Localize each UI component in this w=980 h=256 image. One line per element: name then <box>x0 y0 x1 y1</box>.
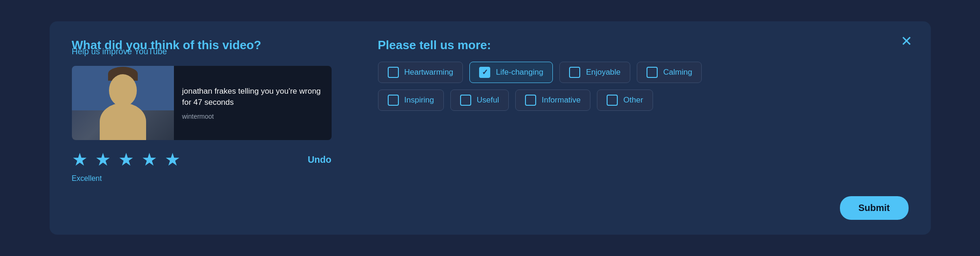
checkmark-life-changing: ✓ <box>482 69 488 76</box>
checkbox-label-enjoyable: Enjoyable <box>586 68 621 77</box>
rating-section: ★ ★ ★ ★ ★ Undo Excellent <box>72 149 350 183</box>
close-button[interactable]: ✕ <box>901 34 912 48</box>
checkbox-box-heartwarming <box>388 67 399 78</box>
question-section: What did you think of this video? Help u… <box>72 38 350 57</box>
thumbnail-head <box>109 74 137 107</box>
checkbox-informative[interactable]: Informative <box>515 90 590 111</box>
checkbox-label-calming: Calming <box>663 68 692 77</box>
feedback-dialog: ✕ What did you think of this video? Help… <box>50 21 931 235</box>
checkbox-row-1: Heartwarming ✓ Life-changing Enjoyable <box>378 62 909 83</box>
checkbox-grid: Heartwarming ✓ Life-changing Enjoyable <box>378 62 909 111</box>
checkbox-useful[interactable]: Useful <box>450 90 509 111</box>
stars-undo-row: ★ ★ ★ ★ ★ Undo <box>72 149 332 170</box>
checkbox-label-life-changing: Life-changing <box>496 68 543 77</box>
checkbox-heartwarming[interactable]: Heartwarming <box>378 62 463 83</box>
checkbox-box-enjoyable <box>569 67 580 78</box>
checkbox-box-calming <box>647 67 658 78</box>
rating-label: Excellent <box>72 174 350 183</box>
video-info: jonathan frakes telling you you're wrong… <box>174 66 332 140</box>
page-background: ✕ What did you think of this video? Help… <box>0 0 980 256</box>
submit-button[interactable]: Submit <box>840 196 909 220</box>
checkbox-label-informative: Informative <box>542 96 581 105</box>
star-4[interactable]: ★ <box>141 149 157 170</box>
checkbox-label-useful: Useful <box>477 96 499 105</box>
checkbox-calming[interactable]: Calming <box>637 62 702 83</box>
checkbox-label-heartwarming: Heartwarming <box>404 68 454 77</box>
left-panel: What did you think of this video? Help u… <box>72 38 350 218</box>
checkbox-box-useful <box>460 95 471 106</box>
checkbox-enjoyable[interactable]: Enjoyable <box>559 62 630 83</box>
tell-more-title: Please tell us more: <box>378 38 909 52</box>
video-card: jonathan frakes telling you you're wrong… <box>72 66 332 140</box>
star-1[interactable]: ★ <box>72 149 88 170</box>
checkbox-label-inspiring: Inspiring <box>404 96 434 105</box>
checkbox-box-inspiring <box>388 95 399 106</box>
checkbox-box-informative <box>525 95 536 106</box>
checkbox-other[interactable]: Other <box>597 90 653 111</box>
video-channel: wintermoot <box>182 113 323 120</box>
checkbox-inspiring[interactable]: Inspiring <box>378 90 444 111</box>
thumbnail-body <box>100 103 146 140</box>
undo-button[interactable]: Undo <box>307 154 331 165</box>
star-2[interactable]: ★ <box>95 149 111 170</box>
checkbox-row-2: Inspiring Useful Informative Other <box>378 90 909 111</box>
star-5[interactable]: ★ <box>165 149 180 170</box>
video-thumbnail <box>72 66 174 140</box>
stars-container: ★ ★ ★ ★ ★ <box>72 149 180 170</box>
checkbox-label-other: Other <box>623 96 643 105</box>
checkbox-box-other <box>607 95 618 106</box>
checkbox-life-changing[interactable]: ✓ Life-changing <box>469 62 553 83</box>
right-panel: Please tell us more: Heartwarming ✓ Life… <box>378 38 909 218</box>
video-title: jonathan frakes telling you you're wrong… <box>182 86 323 108</box>
star-3[interactable]: ★ <box>118 149 134 170</box>
checkbox-box-life-changing: ✓ <box>479 67 490 78</box>
